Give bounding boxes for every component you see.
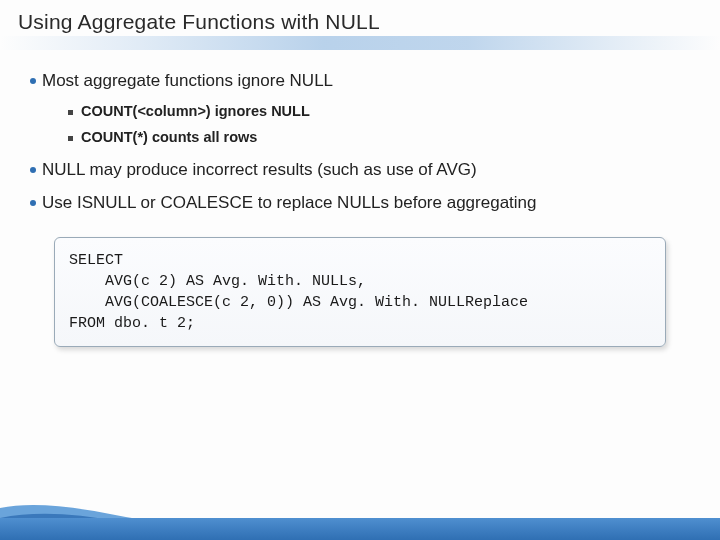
square-bullet-icon bbox=[68, 136, 73, 141]
bullet-text: COUNT(<column>) ignores NULL bbox=[81, 103, 310, 119]
bullet-text: COUNT(*) counts all rows bbox=[81, 129, 257, 145]
footer-bar bbox=[0, 518, 720, 540]
bullet-dot-icon bbox=[30, 78, 36, 84]
sub-bullets: COUNT(<column>) ignores NULL COUNT(*) co… bbox=[68, 103, 690, 145]
title-underline-gradient bbox=[0, 36, 720, 50]
bullet-level1: Use ISNULL or COALESCE to replace NULLs … bbox=[30, 192, 690, 215]
slide-title: Using Aggregate Functions with NULL bbox=[18, 10, 702, 34]
bullet-text: Most aggregate functions ignore NULL bbox=[42, 70, 333, 93]
slide: Using Aggregate Functions with NULL Most… bbox=[0, 0, 720, 540]
bullet-text: Use ISNULL or COALESCE to replace NULLs … bbox=[42, 192, 537, 215]
bullet-level1: Most aggregate functions ignore NULL bbox=[30, 70, 690, 93]
title-band: Using Aggregate Functions with NULL bbox=[0, 0, 720, 50]
bullet-dot-icon bbox=[30, 200, 36, 206]
code-block: SELECT AVG(c 2) AS Avg. With. NULLs, AVG… bbox=[54, 237, 666, 347]
bullet-level2: COUNT(<column>) ignores NULL bbox=[68, 103, 690, 119]
bullet-text: NULL may produce incorrect results (such… bbox=[42, 159, 477, 182]
slide-content: Most aggregate functions ignore NULL COU… bbox=[0, 50, 720, 347]
bullet-level2: COUNT(*) counts all rows bbox=[68, 129, 690, 145]
bullet-level1: NULL may produce incorrect results (such… bbox=[30, 159, 690, 182]
square-bullet-icon bbox=[68, 110, 73, 115]
bullet-dot-icon bbox=[30, 167, 36, 173]
